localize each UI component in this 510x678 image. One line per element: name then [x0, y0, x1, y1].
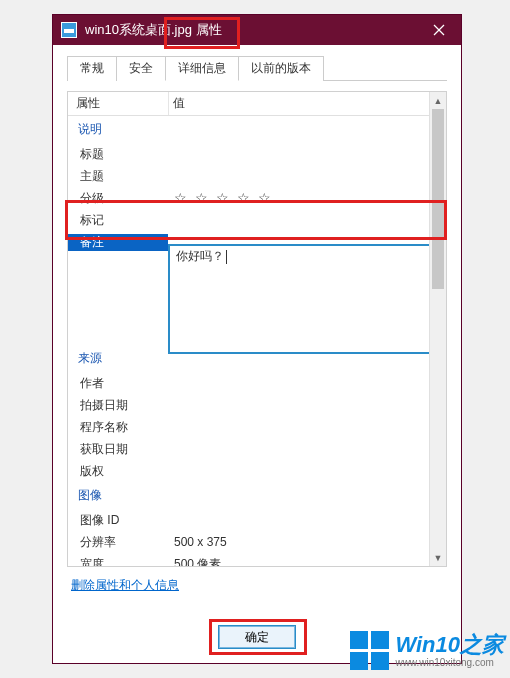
tab-general[interactable]: 常规 — [67, 56, 117, 81]
close-button[interactable] — [417, 15, 461, 45]
tab-strip: 常规 安全 详细信息 以前的版本 — [67, 55, 447, 81]
tab-previous-versions[interactable]: 以前的版本 — [238, 56, 324, 81]
ok-button[interactable]: 确定 — [218, 625, 296, 649]
row-image-id[interactable]: 图像 ID — [68, 509, 429, 531]
row-subject[interactable]: 主题 — [68, 165, 429, 187]
row-author[interactable]: 作者 — [68, 372, 429, 394]
row-tags[interactable]: 标记 — [68, 209, 429, 231]
window-title: win10系统桌面.jpg 属性 — [85, 21, 417, 39]
file-image-icon — [61, 22, 77, 38]
close-icon — [433, 24, 445, 36]
link-row: 删除属性和个人信息 — [67, 567, 447, 594]
properties-dialog: win10系统桌面.jpg 属性 常规 安全 详细信息 以前的版本 属性 值 说… — [52, 14, 462, 664]
row-title[interactable]: 标题 — [68, 143, 429, 165]
row-acquired[interactable]: 获取日期 — [68, 438, 429, 460]
scroll-up-icon[interactable]: ▲ — [430, 92, 446, 109]
group-image: 图像 — [68, 482, 429, 509]
remove-properties-link[interactable]: 删除属性和个人信息 — [71, 578, 179, 592]
row-rating[interactable]: 分级☆ ☆ ☆ ☆ ☆ — [68, 187, 429, 209]
vertical-scrollbar[interactable]: ▲ ▼ — [429, 92, 446, 566]
scroll-thumb[interactable] — [432, 109, 444, 289]
row-copyright[interactable]: 版权 — [68, 460, 429, 482]
comments-edit-area[interactable]: 你好吗？ ▴ ▾ — [168, 244, 429, 354]
text-caret-icon — [226, 250, 227, 264]
tab-details[interactable]: 详细信息 — [165, 56, 239, 81]
details-grid: 属性 值 说明 标题 主题 分级☆ ☆ ☆ ☆ ☆ 标记 备注 来源 作者 拍摄… — [67, 91, 447, 567]
grid-header: 属性 值 — [68, 92, 429, 116]
rating-stars-icon[interactable]: ☆ ☆ ☆ ☆ ☆ — [168, 190, 429, 206]
tab-security[interactable]: 安全 — [116, 56, 166, 81]
row-dimensions[interactable]: 分辨率500 x 375 — [68, 531, 429, 553]
row-width[interactable]: 宽度500 像素 — [68, 553, 429, 566]
titlebar[interactable]: win10系统桌面.jpg 属性 — [53, 15, 461, 45]
group-description: 说明 — [68, 116, 429, 143]
dialog-content: 常规 安全 详细信息 以前的版本 属性 值 说明 标题 主题 分级☆ ☆ ☆ ☆… — [53, 45, 461, 611]
grid-header-value[interactable]: 值 — [168, 92, 429, 115]
grid-header-property[interactable]: 属性 — [68, 95, 168, 112]
scroll-down-icon[interactable]: ▼ — [430, 549, 446, 566]
row-program[interactable]: 程序名称 — [68, 416, 429, 438]
button-bar: 确定 — [53, 611, 461, 663]
row-shot-date[interactable]: 拍摄日期 — [68, 394, 429, 416]
comments-edit-value: 你好吗？ — [176, 249, 224, 263]
